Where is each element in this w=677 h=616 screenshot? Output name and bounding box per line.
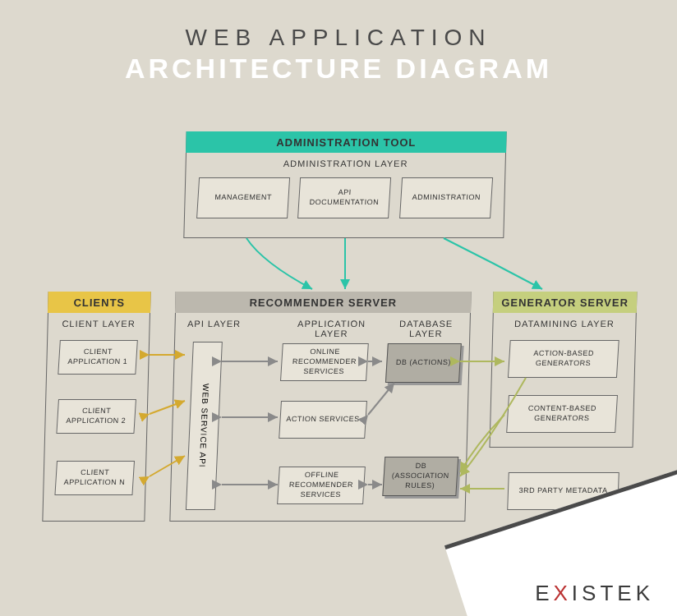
generator-server-group: GENERATOR SERVER DATAMINING LAYER ACTION…: [490, 292, 638, 448]
action-services: ACTION SERVICES: [279, 401, 367, 439]
db-association-rules: DB (ASSOCIATION RULES): [382, 457, 458, 496]
web-service-api-box: WEB SERVICE API: [186, 342, 223, 510]
client-app-2: CLIENT APPLICATION 2: [56, 399, 136, 434]
admin-item-apidoc: API DOCUMENTATION: [297, 177, 391, 218]
logo-e: E: [535, 581, 553, 605]
title-line2: ARCHITECTURE DIAGRAM: [0, 53, 677, 85]
client-app-1: CLIENT APPLICATION 1: [58, 340, 138, 375]
admin-item-management: MANAGEMENT: [196, 177, 290, 218]
clients-group: CLIENTS CLIENT LAYER CLIENT APPLICATION …: [42, 292, 150, 522]
title-line1: WEB APPLICATION: [0, 25, 677, 51]
action-based-generators: ACTION-BASED GENERATORS: [508, 340, 619, 378]
existek-logo: EXISTEK: [535, 581, 654, 606]
title-block: WEB APPLICATION ARCHITECTURE DIAGRAM: [0, 0, 677, 85]
db-actions: DB (ACTIONS): [385, 343, 462, 383]
recommender-server-group: RECOMMENDER SERVER API LAYER APPLICATION…: [169, 292, 471, 522]
clients-header: CLIENTS: [48, 292, 151, 313]
application-layer-label: APPLICATION LAYER: [290, 319, 373, 338]
datamining-layer-label: DATAMINING LAYER: [493, 319, 635, 329]
content-based-generators: CONTENT-BASED GENERATORS: [506, 395, 618, 433]
api-layer-label: API LAYER: [185, 319, 242, 329]
generator-header: GENERATOR SERVER: [493, 292, 638, 313]
online-recommender-services: ONLINE RECOMMENDER SERVICES: [280, 343, 369, 381]
admin-item-administration: ADMINISTRATION: [399, 177, 493, 218]
logo-rest: ISTEK: [572, 581, 654, 605]
admin-header: ADMINISTRATION TOOL: [186, 131, 507, 153]
logo-x: X: [554, 581, 572, 605]
client-app-n: CLIENT APPLICATION N: [54, 461, 135, 495]
recommender-header: RECOMMENDER SERVER: [175, 292, 472, 313]
offline-recommender-services: OFFLINE RECOMMENDER SERVICES: [277, 467, 366, 504]
clients-layer-label: CLIENT LAYER: [48, 319, 149, 329]
admin-layer-label: ADMINISTRATION LAYER: [187, 159, 505, 168]
database-layer-label: DATABASE LAYER: [389, 319, 463, 338]
administration-tool-group: ADMINISTRATION TOOL ADMINISTRATION LAYER…: [183, 131, 506, 238]
